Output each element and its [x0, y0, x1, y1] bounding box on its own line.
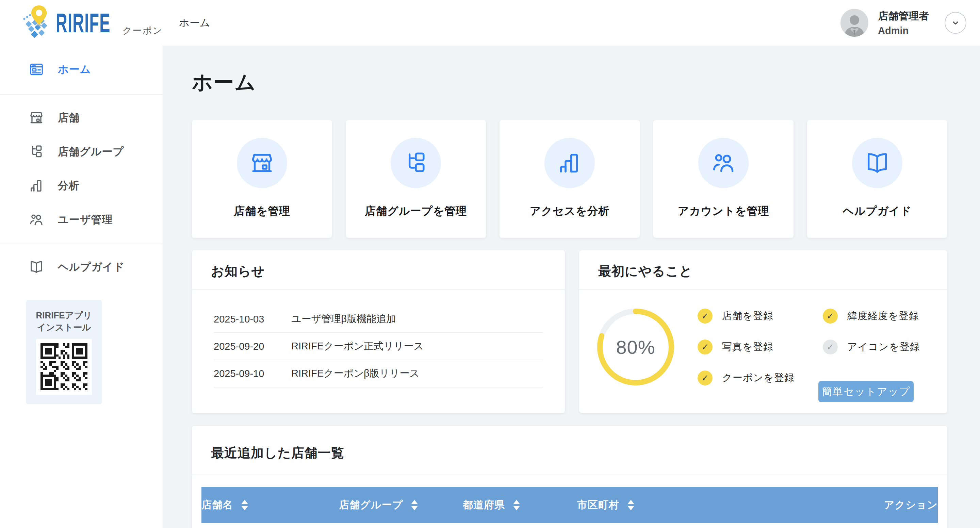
- user-name: Admin: [878, 25, 929, 37]
- news-list: 2025-10-03 ユーザ管理β版機能追加 2025-09-20 RIRIFE…: [192, 289, 565, 388]
- sidebar-nav-item[interactable]: 分析: [0, 169, 163, 203]
- qr-frame: [36, 339, 92, 394]
- sidebar-divider: [0, 94, 163, 95]
- brand-name: RIRIFE: [56, 7, 111, 39]
- news-row: 2025-09-20 RIRIFEクーポン正式リリース: [214, 333, 543, 360]
- news-text: ユーザ管理β版機能追加: [291, 312, 396, 326]
- column-label: アクション: [884, 498, 938, 512]
- quick-card-label: アカウントを管理: [678, 204, 769, 219]
- news-text: RIRIFEクーポンβ版リリース: [291, 367, 420, 380]
- table-column-header[interactable]: 店舗グループ: [339, 498, 463, 512]
- main-content: ホーム 店舗を管理 店舗グループを管理 アクセスを分析: [163, 46, 980, 528]
- quick-card-icon-circle: [544, 138, 595, 188]
- sidebar: ホーム 店舗 店舗グループ 分析 ユーザ管理 ヘルプガイド: [0, 46, 163, 528]
- onboarding-panel: 最初にやること 80% ✓ 店舗を登録 ✓: [579, 250, 947, 413]
- check-icon: ✓: [823, 340, 838, 355]
- user-menu[interactable]: 店舗管理者 Admin: [840, 0, 966, 46]
- breadcrumb: ホーム: [179, 0, 210, 46]
- quick-card-icon-circle: [852, 138, 902, 188]
- check-icon: ✓: [698, 371, 713, 385]
- news-date: 2025-10-03: [214, 314, 291, 325]
- check-icon: ✓: [698, 309, 713, 324]
- easy-setup-button[interactable]: 簡単セットアップ: [818, 381, 914, 402]
- news-panel: お知らせ 2025-10-03 ユーザ管理β版機能追加 2025-09-20 R…: [192, 250, 565, 413]
- task-label: 写真を登録: [722, 340, 773, 354]
- table-column-header[interactable]: 店舗名: [202, 498, 339, 512]
- table-column-header[interactable]: アクション: [884, 498, 938, 512]
- progress-percent: 80%: [596, 307, 675, 387]
- sidebar-item-label: 店舗: [58, 111, 80, 125]
- quick-cards-row: 店舗を管理 店舗グループを管理 アクセスを分析 アカウントを管理: [192, 120, 947, 238]
- sidebar-divider: [0, 243, 163, 244]
- recent-stores-table: 店舗名 店舗グループ 都道府県: [202, 487, 938, 523]
- sidebar-nav-item[interactable]: 店舗: [0, 101, 163, 135]
- news-text: RIRIFEクーポン正式リリース: [291, 340, 424, 353]
- column-label: 市区町村: [577, 498, 619, 512]
- onboarding-task: ✓ アイコンを登録: [823, 340, 920, 355]
- app-root: RIRIFE クーポン ホーム 店舗管理者 Admin: [0, 0, 980, 528]
- task-label: 緯度経度を登録: [847, 309, 919, 323]
- sort-icon[interactable]: [627, 500, 634, 510]
- quick-card-label: 店舗グループを管理: [365, 204, 467, 219]
- sidebar-item-label: ホーム: [58, 62, 91, 76]
- sidebar-item-label: ヘルプガイド: [58, 260, 124, 274]
- qr-code: [40, 343, 88, 390]
- news-date: 2025-09-20: [214, 341, 291, 352]
- avatar: [840, 9, 869, 37]
- task-column-1: ✓ 店舗を登録 ✓ 写真を登録 ✓ クーポンを登録: [698, 309, 795, 385]
- quick-card[interactable]: ヘルプガイド: [807, 120, 947, 238]
- table-column-header[interactable]: 市区町村: [577, 498, 884, 512]
- sort-icon[interactable]: [411, 500, 418, 510]
- task-column-2: ✓ 緯度経度を登録 ✓ アイコンを登録: [823, 309, 920, 355]
- table-column-header[interactable]: 都道府県: [463, 498, 577, 512]
- sidebar-nav-item[interactable]: 店舗グループ: [0, 135, 163, 169]
- recent-stores-card: 最近追加した店舗一覧 店舗名 店舗グループ: [192, 426, 947, 528]
- quick-card[interactable]: 店舗を管理: [192, 120, 332, 238]
- onboarding-task: ✓ 店舗を登録: [698, 309, 795, 324]
- app-install-line1: RIRIFEアプリ: [26, 310, 102, 321]
- quick-card[interactable]: アクセスを分析: [500, 120, 640, 238]
- sort-icon[interactable]: [513, 500, 520, 510]
- sidebar-nav-item[interactable]: ホーム: [0, 52, 163, 86]
- map-pin-logo-icon: [19, 4, 54, 41]
- app-install-line2: インストール: [26, 321, 102, 333]
- quick-card-icon-circle: [698, 138, 749, 188]
- column-label: 店舗名: [202, 498, 233, 512]
- user-role: 店舗管理者: [878, 9, 929, 23]
- sidebar-nav-item[interactable]: ヘルプガイド: [0, 250, 163, 284]
- quick-card-icon-circle: [391, 138, 441, 188]
- check-icon: ✓: [823, 309, 838, 324]
- sidebar-nav-item[interactable]: ユーザ管理: [0, 203, 163, 237]
- quick-card[interactable]: アカウントを管理: [653, 120, 794, 238]
- column-label: 都道府県: [463, 498, 505, 512]
- news-date: 2025-09-10: [214, 368, 291, 379]
- user-menu-toggle-button[interactable]: [945, 12, 966, 34]
- table-header-row: 店舗名 店舗グループ 都道府県: [202, 487, 938, 523]
- user-texts: 店舗管理者 Admin: [878, 9, 929, 37]
- news-title: お知らせ: [211, 262, 265, 280]
- chevron-down-icon: [950, 18, 961, 28]
- task-label: アイコンを登録: [847, 340, 920, 354]
- sidebar-nav: ホーム 店舗 店舗グループ 分析 ユーザ管理 ヘルプガイド: [0, 46, 163, 284]
- sidebar-item-label: ユーザ管理: [58, 213, 113, 227]
- topbar: RIRIFE クーポン ホーム 店舗管理者 Admin: [0, 0, 980, 46]
- quick-card-label: ヘルプガイド: [843, 204, 912, 219]
- onboarding-task: ✓ 緯度経度を登録: [823, 309, 920, 324]
- task-label: クーポンを登録: [722, 371, 795, 385]
- sidebar-item-label: 店舗グループ: [58, 145, 124, 159]
- onboarding-task: ✓ クーポンを登録: [698, 371, 795, 385]
- task-label: 店舗を登録: [722, 309, 773, 323]
- panels-row: お知らせ 2025-10-03 ユーザ管理β版機能追加 2025-09-20 R…: [192, 250, 947, 413]
- quick-card-label: アクセスを分析: [530, 204, 610, 219]
- quick-card[interactable]: 店舗グループを管理: [346, 120, 486, 238]
- brand-logo[interactable]: RIRIFE クーポン: [19, 3, 163, 43]
- news-row: 2025-10-03 ユーザ管理β版機能追加: [214, 306, 543, 333]
- app-install-box: RIRIFEアプリ インストール: [26, 300, 102, 404]
- sort-icon[interactable]: [241, 500, 248, 510]
- onboarding-task: ✓ 写真を登録: [698, 340, 795, 355]
- onboarding-title: 最初にやること: [598, 262, 692, 280]
- person-silhouette-icon: [840, 9, 869, 37]
- sidebar-item-label: 分析: [58, 179, 80, 193]
- check-icon: ✓: [698, 340, 713, 355]
- column-label: 店舗グループ: [339, 498, 403, 512]
